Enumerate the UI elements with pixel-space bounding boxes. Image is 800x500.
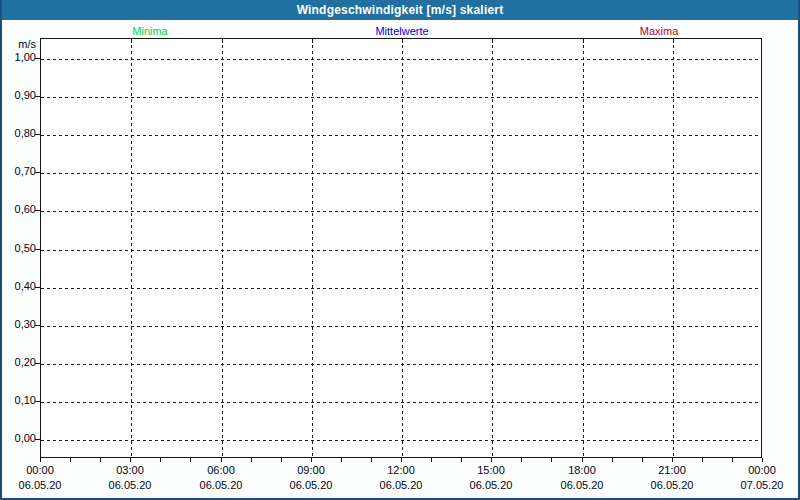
y-axis-tick [35,363,40,364]
y-tick-label: 0,80 [2,127,36,140]
x-axis-tick [672,458,673,462]
top-axis-tick [131,39,132,43]
gridline-vertical [312,39,313,457]
x-axis-tick [762,458,763,462]
y-axis-unit-label: m/s [2,38,36,51]
x-axis-tick [341,458,342,462]
x-tick-date-label: 06.05.20 [380,479,423,492]
x-axis-tick [251,458,252,462]
x-tick-date-label: 06.05.20 [651,479,694,492]
x-axis-tick [612,458,613,462]
x-tick-time-label: 06:00 [207,464,235,477]
y-tick-label: 0,60 [2,203,36,216]
x-axis-tick [100,458,101,462]
plot-area [40,38,762,458]
y-axis-tick [35,249,40,250]
y-tick-label: 0,90 [2,89,36,102]
gridline-vertical [131,39,132,457]
y-axis-tick [35,401,40,402]
x-axis-tick [70,458,71,462]
x-tick-date-label: 06.05.20 [200,479,243,492]
gridline-horizontal [41,211,761,212]
x-axis-tick [491,458,492,462]
legend-item-mittelwerte: Mittelwerte [375,25,428,37]
y-tick-label: 0,20 [2,356,36,369]
x-tick-date-label: 06.05.20 [470,479,513,492]
y-tick-label: 0,70 [2,165,36,178]
y-tick-label: 0,00 [2,432,36,445]
y-tick-label: 0,50 [2,242,36,255]
top-axis-tick [222,39,223,43]
x-axis-tick [190,458,191,462]
y-axis-tick [35,210,40,211]
gridline-horizontal [41,173,761,174]
y-axis-tick [35,172,40,173]
x-tick-time-label: 15:00 [477,464,505,477]
y-axis-tick [35,287,40,288]
gridline-horizontal [41,364,761,365]
x-tick-date-label: 07.05.20 [741,479,784,492]
x-tick-time-label: 09:00 [297,464,325,477]
y-axis-tick [35,325,40,326]
x-axis-tick [130,458,131,462]
gridline-horizontal [41,326,761,327]
x-axis-tick [521,458,522,462]
top-axis-tick [402,39,403,43]
x-axis-tick [642,458,643,462]
x-tick-time-label: 18:00 [568,464,596,477]
x-axis-tick [221,458,222,462]
y-tick-label: 1,00 [2,51,36,64]
gridline-horizontal [41,97,761,98]
x-axis-tick [431,458,432,462]
x-tick-date-label: 06.05.20 [109,479,152,492]
x-axis-tick [40,458,41,462]
x-axis-tick [702,458,703,462]
y-tick-label: 0,30 [2,318,36,331]
x-tick-time-label: 03:00 [116,464,144,477]
chart-window: Windgeschwindigkeit [m/s] skaliert Minim… [0,0,800,500]
top-axis-tick [673,39,674,43]
x-axis-tick [551,458,552,462]
x-axis-tick [732,458,733,462]
y-axis-tick [35,439,40,440]
legend-item-maxima: Maxima [640,25,679,37]
x-tick-time-label: 00:00 [26,464,54,477]
legend-item-minima: Minima [132,25,167,37]
x-tick-date-label: 06.05.20 [19,479,62,492]
x-axis-tick [160,458,161,462]
x-tick-time-label: 12:00 [387,464,415,477]
top-axis-tick [492,39,493,43]
x-axis-tick [371,458,372,462]
y-axis-tick [35,134,40,135]
x-axis-tick [311,458,312,462]
top-axis-tick [312,39,313,43]
y-axis-tick [35,96,40,97]
y-tick-label: 0,40 [2,280,36,293]
x-axis-tick [461,458,462,462]
gridline-horizontal [41,288,761,289]
gridline-horizontal [41,402,761,403]
gridline-horizontal [41,135,761,136]
gridline-vertical [492,39,493,457]
top-axis-tick [583,39,584,43]
x-tick-date-label: 06.05.20 [290,479,333,492]
x-tick-time-label: 00:00 [748,464,776,477]
x-axis-tick [281,458,282,462]
y-axis-tick [35,58,40,59]
x-axis-tick [582,458,583,462]
title-bar: Windgeschwindigkeit [m/s] skaliert [0,0,800,20]
x-axis-tick [401,458,402,462]
gridline-horizontal [41,250,761,251]
gridline-horizontal [41,440,761,441]
gridline-vertical [222,39,223,457]
gridline-vertical [673,39,674,457]
x-tick-date-label: 06.05.20 [561,479,604,492]
gridline-vertical [402,39,403,457]
y-tick-label: 0,10 [2,394,36,407]
window-title: Windgeschwindigkeit [m/s] skaliert [297,3,504,17]
gridline-vertical [583,39,584,457]
gridline-horizontal [41,59,761,60]
x-tick-time-label: 21:00 [658,464,686,477]
